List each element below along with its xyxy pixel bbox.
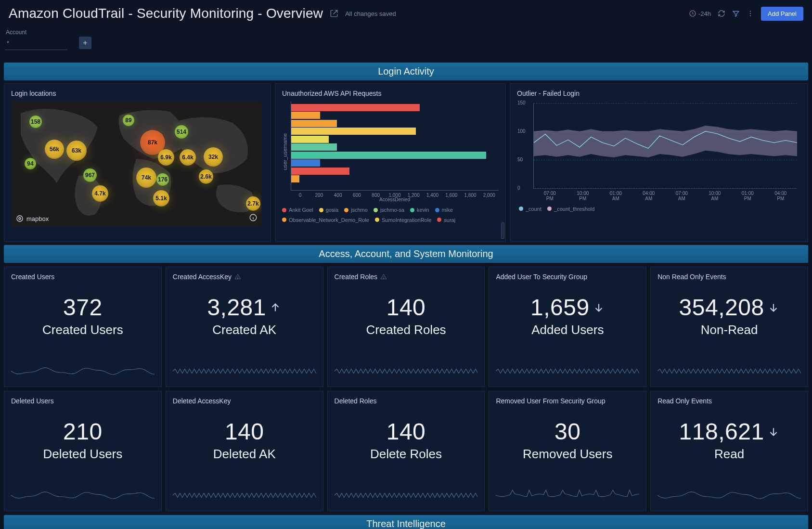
metric-title: Deleted AccessKey bbox=[173, 397, 316, 405]
metric-sparkline bbox=[173, 487, 316, 504]
map-bubble[interactable]: 176 bbox=[156, 173, 169, 186]
login-map[interactable]: 1588956k63k87k514946.9k6.4k32k96774k1762… bbox=[11, 101, 261, 226]
metric-sparkline bbox=[496, 487, 639, 504]
metric-label: Deleted AK bbox=[173, 447, 316, 462]
trend-up-icon bbox=[269, 301, 282, 314]
metric-card[interactable]: Removed User From Security Group30Remove… bbox=[489, 391, 646, 511]
bar[interactable] bbox=[291, 120, 337, 127]
bar-chart[interactable]: user_username 02004006008001,0001,2001,4… bbox=[282, 101, 499, 202]
metric-value: 210 bbox=[11, 418, 155, 445]
bar-scrollbar[interactable] bbox=[501, 222, 504, 239]
metric-value: 140 bbox=[335, 294, 478, 321]
panel-title: Outlier - Failed Login bbox=[517, 90, 801, 97]
metric-label: Created Roles bbox=[335, 323, 478, 337]
metric-label: Delete Roles bbox=[335, 447, 478, 462]
metric-title: Created Roles bbox=[335, 273, 478, 281]
map-bubble[interactable]: 74k bbox=[136, 168, 156, 188]
map-bubble[interactable]: 89 bbox=[123, 115, 134, 126]
legend-item[interactable]: _count_threshold bbox=[547, 206, 594, 212]
legend-item[interactable]: gosia bbox=[319, 205, 338, 215]
filter-account-label: Account bbox=[5, 29, 67, 36]
page-title: Amazon CloudTrail - Security Monitoring … bbox=[9, 6, 323, 21]
map-bubble[interactable]: 5.1k bbox=[153, 190, 169, 206]
svg-point-5 bbox=[19, 218, 21, 219]
metric-label: Created AK bbox=[173, 323, 316, 337]
map-bubble[interactable]: 2.6k bbox=[199, 169, 213, 184]
metric-sparkline bbox=[11, 487, 155, 504]
trend-down-icon bbox=[767, 426, 780, 438]
outlier-legend: _count_count_threshold bbox=[519, 206, 801, 212]
metric-title: Removed User From Security Group bbox=[496, 397, 639, 405]
bar[interactable] bbox=[291, 152, 486, 159]
map-bubble[interactable]: 6.9k bbox=[158, 149, 174, 166]
metric-sparkline bbox=[335, 362, 478, 380]
section-access-band: Access, Account, and System Monitoring bbox=[4, 245, 808, 263]
svg-point-1 bbox=[750, 11, 751, 12]
metric-value: 140 bbox=[173, 418, 316, 445]
metric-card[interactable]: Created Users372Created Users bbox=[4, 267, 162, 387]
metric-sparkline bbox=[657, 487, 801, 504]
metric-card[interactable]: Deleted AccessKey140Deleted AK bbox=[166, 391, 323, 511]
titlebar-actions: -24h Add Panel bbox=[689, 7, 803, 21]
metric-title: Deleted Roles bbox=[335, 397, 478, 405]
bar[interactable] bbox=[291, 159, 320, 167]
legend-item[interactable]: kevin bbox=[410, 205, 429, 215]
metric-title: Created Users bbox=[11, 273, 155, 281]
bar[interactable] bbox=[291, 168, 349, 175]
login-row: Login locations 1588956k63k87k514946.9k6… bbox=[0, 83, 812, 242]
bar[interactable] bbox=[291, 143, 337, 151]
outlier-chart[interactable]: 050100150 07:00 PM10:00 PM01:00 AM04:00 … bbox=[517, 101, 801, 212]
map-bubble[interactable]: 63k bbox=[66, 141, 87, 161]
metric-card[interactable]: Created Roles140Created Roles bbox=[327, 267, 485, 387]
clock-icon bbox=[689, 10, 696, 17]
panel-outlier-failed-login: Outlier - Failed Login 050100150 07:00 P… bbox=[510, 83, 808, 242]
add-filter-button[interactable] bbox=[79, 37, 91, 49]
timerange-label: -24h bbox=[698, 10, 711, 17]
legend-item[interactable]: jschmo bbox=[344, 205, 368, 215]
bar[interactable] bbox=[291, 112, 320, 119]
panel-unauthorized-api: Unauthorized AWS API Requests user_usern… bbox=[275, 83, 506, 242]
metric-card[interactable]: Non Read Only Events354,208Non-Read bbox=[650, 267, 808, 387]
legend-item[interactable]: suraj bbox=[437, 215, 455, 225]
map-bubble[interactable]: 4.7k bbox=[92, 185, 108, 202]
map-bubble[interactable]: 967 bbox=[83, 168, 97, 182]
metric-card[interactable]: Added User To Security Group1,659Added U… bbox=[489, 267, 646, 387]
map-bubble[interactable]: 514 bbox=[175, 125, 188, 139]
filter-account-value[interactable]: * bbox=[5, 37, 67, 50]
metric-card[interactable]: Deleted Users210Deleted Users bbox=[4, 391, 162, 511]
panel-title: Unauthorized AWS API Requests bbox=[282, 90, 499, 97]
map-bubble[interactable]: 2.7k bbox=[246, 196, 260, 211]
filter-icon[interactable] bbox=[732, 10, 740, 17]
map-bubble[interactable]: 158 bbox=[29, 116, 42, 128]
legend-item[interactable]: jschmo-sa bbox=[374, 205, 404, 215]
metric-value: 3,281 bbox=[173, 294, 316, 321]
metric-title: Read Only Events bbox=[657, 397, 801, 405]
legend-item[interactable]: Observable_Network_Demo_Role bbox=[282, 215, 369, 225]
share-icon[interactable] bbox=[330, 9, 338, 18]
mapbox-attribution: mapbox bbox=[16, 215, 49, 222]
info-icon[interactable] bbox=[249, 213, 258, 223]
legend-item[interactable]: SumoIntegrationRole bbox=[375, 215, 431, 225]
bar[interactable] bbox=[291, 104, 420, 111]
bar[interactable] bbox=[291, 175, 299, 182]
add-panel-button[interactable]: Add Panel bbox=[761, 7, 803, 21]
more-icon[interactable] bbox=[747, 10, 754, 17]
legend-item[interactable]: Ankit Goel bbox=[282, 205, 313, 215]
filter-account[interactable]: Account * bbox=[5, 29, 67, 50]
metric-card[interactable]: Created AccessKey3,281Created AK bbox=[166, 267, 323, 387]
metric-card[interactable]: Read Only Events118,621Read bbox=[650, 391, 808, 511]
timerange-picker[interactable]: -24h bbox=[689, 10, 711, 17]
metric-label: Non-Read bbox=[657, 323, 801, 337]
map-bubble[interactable]: 6.4k bbox=[180, 149, 196, 166]
refresh-icon[interactable] bbox=[718, 10, 725, 17]
metric-card[interactable]: Deleted Roles140Delete Roles bbox=[327, 391, 485, 511]
legend-item[interactable]: _count bbox=[519, 206, 541, 212]
svg-point-4 bbox=[17, 216, 23, 221]
bar[interactable] bbox=[291, 128, 416, 135]
bar[interactable] bbox=[291, 136, 329, 143]
metrics-row-bottom: Deleted Users210Deleted UsersDeleted Acc… bbox=[0, 391, 812, 511]
map-bubble[interactable]: 56k bbox=[45, 140, 64, 159]
map-bubble[interactable]: 32k bbox=[204, 147, 223, 167]
map-bubble[interactable]: 94 bbox=[25, 158, 36, 169]
legend-item[interactable]: mike bbox=[435, 205, 453, 215]
